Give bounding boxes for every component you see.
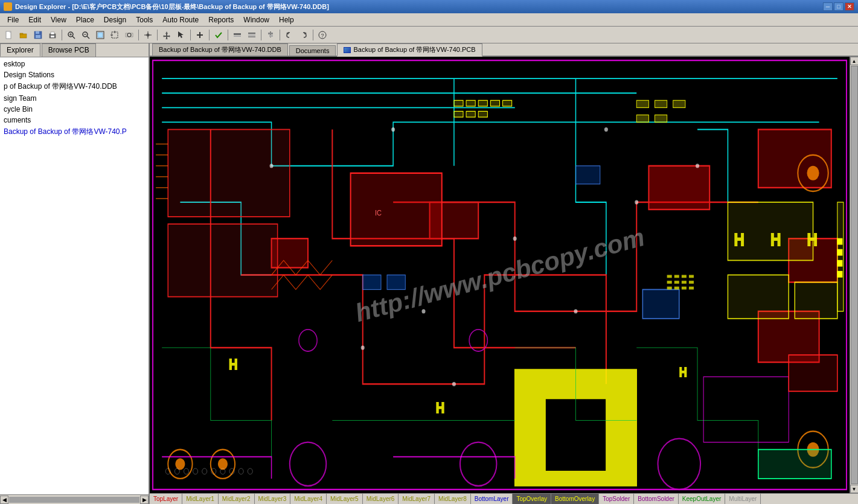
svg-rect-51 (758, 130, 831, 188)
layer-tab-mid5[interactable]: MidLayer5 (327, 494, 363, 504)
layer-tab-mid4[interactable]: MidLayer4 (290, 494, 327, 504)
svg-text:?: ? (321, 33, 324, 39)
svg-text:H: H (807, 230, 817, 250)
new-button[interactable] (2, 28, 16, 42)
menu-tools[interactable]: Tools (131, 14, 158, 25)
tree-item-recycle[interactable]: cycle Bin (1, 104, 147, 115)
close-button[interactable]: ✕ (845, 2, 854, 11)
layer-tab-mid6[interactable]: MidLayer6 (363, 494, 399, 504)
svg-text:H: H (679, 365, 687, 380)
svg-point-126 (270, 164, 274, 168)
svg-text:H: H (770, 230, 781, 250)
svg-rect-59 (673, 100, 685, 107)
svg-point-80 (807, 166, 819, 180)
tree-item-sign-team[interactable]: sign Team (1, 93, 147, 104)
print-button[interactable] (46, 28, 59, 42)
sep1 (62, 30, 62, 40)
menu-place[interactable]: Place (71, 14, 99, 25)
explorer-tree[interactable]: esktop Design Stations p of Backup of 带网… (0, 57, 149, 494)
svg-text:IC: IC (375, 208, 382, 217)
menu-file[interactable]: File (2, 14, 24, 25)
menu-reports[interactable]: Reports (203, 14, 239, 25)
svg-rect-60 (636, 115, 648, 122)
layer-tab-bottom[interactable]: BottomLayer (471, 494, 513, 504)
menu-auto-route[interactable]: Auto Route (158, 14, 203, 25)
svg-text:H: H (436, 400, 445, 416)
undo-button[interactable] (283, 28, 296, 42)
scroll-up-btn[interactable]: ▲ (850, 57, 859, 65)
tree-item-documents[interactable]: cuments (1, 115, 147, 126)
crosshair-button[interactable] (141, 28, 155, 42)
save-button[interactable] (31, 28, 45, 42)
zoom-fit-button[interactable] (94, 28, 107, 42)
layer-tab-bottomoverlay[interactable]: BottomOverlay (551, 494, 599, 504)
layer-tab-mid1[interactable]: MidLayer1 (182, 494, 219, 504)
doc-tab-pcb[interactable]: Backup of Backup of 带网络VW-740.PCB (337, 43, 482, 57)
layer-tab-topoverlay[interactable]: TopOverlay (513, 494, 551, 504)
redo-button[interactable] (297, 28, 310, 42)
menu-window[interactable]: Window (239, 14, 274, 25)
zoom-selected-button[interactable] (123, 28, 136, 42)
scroll-thumb-v[interactable] (851, 66, 858, 484)
tree-item-pcb[interactable]: Backup of Backup of 带网络VW-740.P (1, 126, 147, 138)
menu-design[interactable]: Design (99, 14, 131, 25)
layer-tab-mid8[interactable]: MidLayer8 (435, 494, 471, 504)
tab-explorer[interactable]: Explorer (0, 43, 40, 57)
svg-rect-58 (655, 100, 667, 107)
add-button[interactable] (193, 28, 206, 42)
layer-tab-mid2[interactable]: MidLayer2 (219, 494, 255, 504)
tree-item-desktop[interactable]: esktop (1, 59, 147, 69)
doc-tab-ddb[interactable]: Backup of Backup of 带网络VW-740.DDB (152, 43, 288, 56)
svg-rect-104 (478, 111, 487, 117)
scroll-left-btn[interactable]: ◀ (0, 496, 8, 504)
menu-edit[interactable]: Edit (24, 14, 46, 25)
sep8 (280, 30, 280, 40)
svg-point-76 (175, 458, 185, 470)
pcb-canvas[interactable]: H H H H H H (150, 57, 850, 493)
move-button[interactable] (160, 28, 173, 42)
layer-tab-multi[interactable]: MultiLayer (725, 494, 761, 504)
scroll-track[interactable] (9, 497, 139, 503)
open-button[interactable] (17, 28, 30, 42)
minimize-button[interactable]: ─ (823, 2, 833, 11)
svg-rect-5 (36, 31, 39, 34)
scroll-right-btn[interactable]: ▶ (140, 496, 149, 504)
svg-rect-72 (575, 166, 600, 184)
svg-rect-35 (248, 36, 255, 37)
svg-rect-101 (503, 100, 512, 106)
svg-rect-102 (454, 111, 463, 117)
svg-rect-89 (168, 130, 290, 217)
svg-rect-103 (466, 111, 475, 117)
zoom-out-button[interactable] (79, 28, 92, 42)
svg-rect-38 (269, 35, 273, 37)
check-button[interactable] (212, 28, 225, 42)
layer-tab-mid7[interactable]: MidLayer7 (399, 494, 435, 504)
menu-view[interactable]: View (46, 14, 71, 25)
layer-tab-mid3[interactable]: MidLayer3 (255, 494, 291, 504)
doc-tab-documents[interactable]: Documents (289, 45, 336, 56)
route2-button[interactable] (245, 28, 258, 42)
layer-tab-top[interactable]: TopLayer (150, 494, 182, 504)
help-button[interactable]: ? (316, 28, 329, 42)
zoom-in-button[interactable] (65, 28, 78, 42)
tree-item-design-stations[interactable]: Design Stations (1, 69, 147, 80)
layer-tab-keepout[interactable]: KeepOutLayer (679, 494, 726, 504)
menu-help[interactable]: Help (274, 14, 299, 25)
sep3 (157, 30, 158, 40)
layer-tab-bottomsolder[interactable]: BottomSolder (634, 494, 679, 504)
zoom-area-button[interactable] (108, 28, 121, 42)
select-button[interactable] (174, 28, 188, 42)
svg-rect-118 (682, 281, 687, 284)
svg-rect-34 (248, 34, 255, 36)
svg-rect-56 (795, 282, 837, 319)
tree-item-ddb[interactable]: p of Backup of 带网络VW-740.DDB (1, 80, 147, 93)
layer-tab-topsolder[interactable]: TopSolder (599, 494, 634, 504)
toolbar: ? (0, 27, 858, 43)
route1-button[interactable] (231, 28, 244, 42)
svg-marker-28 (178, 31, 184, 38)
scroll-down-btn[interactable]: ▼ (850, 485, 859, 493)
align-button[interactable] (264, 28, 277, 42)
tab-browse-pcb[interactable]: Browse PCB (42, 43, 96, 57)
maximize-button[interactable]: □ (834, 2, 844, 11)
svg-rect-112 (667, 275, 672, 278)
